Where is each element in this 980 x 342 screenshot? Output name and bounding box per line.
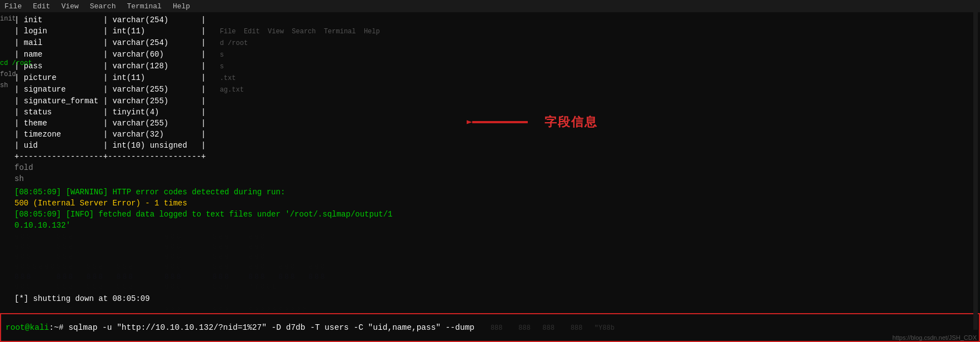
- menu-terminal[interactable]: Terminal: [127, 2, 161, 11]
- menu-file[interactable]: File: [4, 2, 22, 11]
- prompt-line1: root@kali: [6, 323, 49, 332]
- scrollbar[interactable]: [973, 12, 978, 330]
- terminal-window: File Edit View Search Terminal Help init…: [0, 0, 980, 342]
- command-bar[interactable]: root@kali:~# sqlmap -u "http://10.10.10.…: [0, 313, 980, 342]
- menu-search[interactable]: Search: [90, 2, 116, 11]
- menu-view[interactable]: View: [61, 2, 78, 11]
- menu-bar: File Edit View Search Terminal Help: [0, 0, 980, 12]
- menu-help[interactable]: Help: [173, 2, 190, 11]
- menu-edit[interactable]: Edit: [33, 2, 50, 11]
- terminal-panel[interactable]: init cd /root fold sh | init | varchar(2…: [0, 12, 778, 342]
- watermark-link: https://blog.csdn.net/JSH_CDX: [892, 334, 977, 341]
- content-area: init cd /root fold sh | init | varchar(2…: [0, 12, 980, 342]
